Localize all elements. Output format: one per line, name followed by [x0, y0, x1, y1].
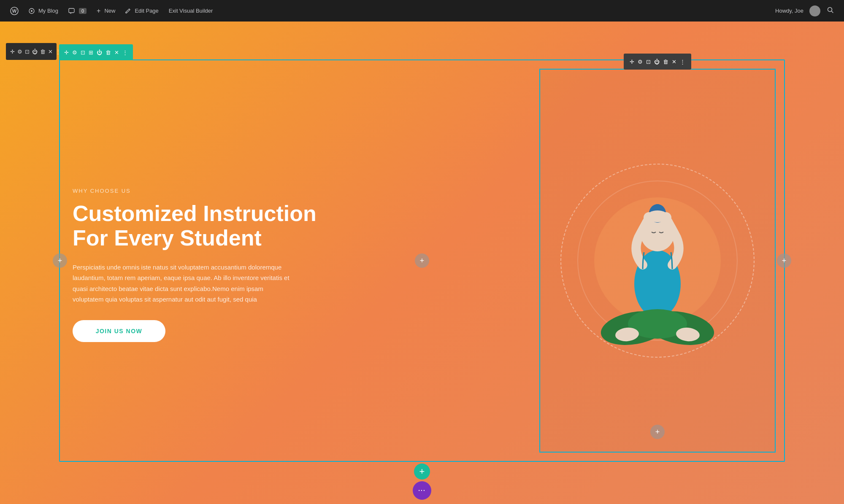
- move-icon[interactable]: ✛: [10, 49, 15, 55]
- why-label: WHY CHOOSE US: [73, 188, 518, 194]
- section-columns-icon[interactable]: ⊞: [89, 49, 93, 56]
- img-delete-icon[interactable]: 🗑: [663, 59, 668, 65]
- svg-rect-4: [69, 8, 74, 13]
- delete-icon[interactable]: 🗑: [40, 49, 46, 55]
- add-module-left[interactable]: +: [53, 253, 67, 268]
- comments-link[interactable]: 0: [63, 0, 92, 22]
- row-layout: WHY CHOOSE US Customized Instruction For…: [60, 60, 784, 461]
- avatar: [809, 5, 820, 16]
- add-module-right[interactable]: +: [777, 253, 791, 268]
- yoga-figure: [577, 159, 738, 362]
- section-move-icon[interactable]: ✛: [64, 49, 69, 56]
- exit-builder-link[interactable]: Exit Visual Builder: [164, 0, 218, 22]
- disable-icon[interactable]: ⏻: [32, 49, 38, 55]
- main-heading: Customized Instruction For Every Student: [73, 202, 518, 250]
- section-more-icon[interactable]: ⋮: [122, 49, 128, 56]
- svg-point-3: [31, 10, 32, 12]
- left-column: WHY CHOOSE US Customized Instruction For…: [60, 60, 539, 461]
- howdy-text: Howdy, Joe: [771, 8, 808, 14]
- add-module-center[interactable]: +: [415, 253, 429, 268]
- clone-icon[interactable]: ⊡: [25, 49, 30, 55]
- section-delete-icon[interactable]: 🗑: [106, 49, 111, 56]
- img-close-icon[interactable]: ✕: [672, 59, 676, 65]
- search-button[interactable]: [822, 7, 839, 15]
- yoga-image: +: [540, 70, 775, 452]
- img-disable-icon[interactable]: ⏻: [654, 59, 660, 65]
- img-settings-icon[interactable]: ⚙: [638, 59, 643, 65]
- image-module-toolbar: ✛ ⚙ ⊡ ⏻ 🗑 ✕ ⋮: [624, 54, 691, 70]
- section-close-icon[interactable]: ✕: [114, 49, 119, 56]
- page-area: ✛ ⚙ ⊡ ⏻ 🗑 ✕ ⋮ ✛ ⚙ ⊡ ⊞ ⏻ 🗑 ✕ ⋮ WHY CHOOSE…: [0, 22, 844, 504]
- section-disable-icon[interactable]: ⏻: [97, 49, 102, 56]
- section-container: ✛ ⚙ ⊡ ⊞ ⏻ 🗑 ✕ ⋮ WHY CHOOSE US Customized…: [59, 59, 785, 462]
- right-column: ✛ ⚙ ⊡ ⏻ 🗑 ✕ ⋮: [539, 69, 776, 453]
- more-options-button[interactable]: ···: [413, 481, 431, 500]
- vb-row-toolbar: ✛ ⚙ ⊡ ⏻ 🗑 ✕ ⋮: [6, 43, 57, 60]
- section-settings-icon[interactable]: ⚙: [72, 49, 77, 56]
- new-link[interactable]: + New: [92, 0, 120, 22]
- section-toolbar: ✛ ⚙ ⊡ ⊞ ⏻ 🗑 ✕ ⋮: [59, 44, 133, 60]
- settings-icon[interactable]: ⚙: [17, 49, 22, 55]
- section-clone-icon[interactable]: ⊡: [81, 49, 85, 56]
- more-icon[interactable]: ⋮: [55, 49, 61, 55]
- svg-point-12: [647, 210, 668, 222]
- add-section-below[interactable]: +: [414, 464, 430, 480]
- body-text: Perspiciatis unde omnis iste natus sit v…: [73, 262, 292, 305]
- join-button[interactable]: JOIN US NOW: [73, 320, 165, 342]
- img-more-icon[interactable]: ⋮: [680, 59, 685, 65]
- svg-text:W: W: [12, 8, 17, 13]
- edit-page-link[interactable]: Edit Page: [120, 0, 163, 22]
- my-blog-link[interactable]: My Blog: [24, 0, 63, 22]
- comment-count: 0: [79, 8, 87, 14]
- close-icon[interactable]: ✕: [48, 49, 53, 55]
- admin-bar: W My Blog 0 + New Edit Page Exit Visual …: [0, 0, 844, 22]
- wp-logo-link[interactable]: W: [5, 0, 24, 22]
- admin-bar-right: Howdy, Joe: [771, 5, 839, 16]
- img-move-icon[interactable]: ✛: [630, 59, 634, 65]
- img-clone-icon[interactable]: ⊡: [646, 59, 651, 65]
- add-content-image[interactable]: +: [650, 425, 665, 439]
